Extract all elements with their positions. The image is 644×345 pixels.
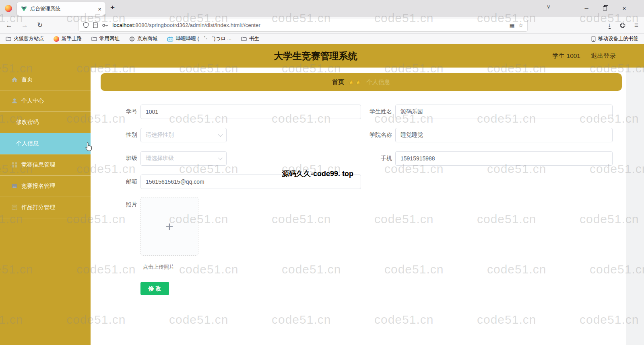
back-icon[interactable]: ←	[6, 21, 12, 29]
url-host: localhost	[112, 22, 134, 28]
class-placeholder: 请选择班级	[146, 155, 174, 162]
bilibili-icon	[167, 36, 173, 42]
bookmarks-bar: 火狐官方站点 新手上路 常用网址 京东商城 哔哩哔哩 ( ゜- ゜)つロ ...…	[0, 34, 644, 44]
field-label: 学院名称	[363, 131, 392, 139]
sidebar-item-label: 竞赛报名管理	[21, 183, 55, 190]
field-label: 照片	[113, 197, 137, 208]
mobile-bookmarks-item[interactable]: 移动设备上的书签	[591, 35, 638, 42]
field-gender: 性别 请选择性别	[113, 128, 227, 142]
bookmark-item[interactable]: 哔哩哔哩 ( ゜- ゜)つロ ...	[167, 35, 231, 42]
field-photo: 照片 +	[113, 197, 198, 256]
bookmark-item[interactable]: 常用网址	[91, 35, 120, 42]
sidebar-menu: 首页 个人中心 修改密码 个人信息 竞赛信息管理 竞赛报名管理	[0, 68, 91, 345]
toolbar-right: ↓ ≡	[608, 21, 638, 29]
window-minimize-button[interactable]: ─	[580, 2, 593, 14]
forward-icon[interactable]: →	[21, 21, 28, 29]
logout-link[interactable]: 退出登录	[591, 52, 616, 60]
header-right: 学生 1001 退出登录	[552, 44, 616, 68]
extensions-icon[interactable]	[619, 22, 626, 29]
photo-upload-box[interactable]: +	[140, 197, 198, 256]
breadcrumb: 首页 ★★ 个人信息	[101, 73, 622, 91]
vue-logo-icon	[21, 6, 27, 12]
page-content: 大学生竞赛管理系统 学生 1001 退出登录 首页 个人中心 修改密码 个人信息	[0, 44, 644, 345]
field-student-no: 学号	[113, 105, 361, 119]
bookmark-item[interactable]: 火狐官方站点	[6, 35, 44, 42]
student-no-input[interactable]	[140, 105, 361, 119]
bookmark-label: 火狐官方站点	[14, 35, 44, 42]
tab-close-icon[interactable]: ×	[98, 6, 101, 12]
browser-window: 后台管理系统 × + ∨ ─ × ← → ↻ localhost:8080/sp…	[0, 0, 644, 345]
mobile-bookmarks-label: 移动设备上的书签	[598, 35, 638, 42]
bookmark-item[interactable]: 新手上路	[54, 35, 82, 42]
sidebar-item-label: 个人中心	[21, 97, 44, 105]
work-scoring-icon	[11, 204, 18, 211]
reader-page-icon[interactable]	[93, 22, 98, 28]
user-icon	[11, 98, 18, 104]
gender-select[interactable]: 请选择性别	[140, 128, 227, 142]
tab-title: 后台管理系统	[30, 6, 95, 12]
overlay-brand-text: 源码久久-code99. top	[282, 169, 353, 179]
shield-icon[interactable]	[83, 22, 89, 28]
student-name-input[interactable]	[395, 105, 613, 119]
titlebar: 后台管理系统 × + ∨ ─ ×	[0, 0, 644, 17]
competition-signup-icon	[11, 183, 18, 189]
field-label: 手机	[363, 155, 392, 162]
field-college: 学院名称	[363, 128, 613, 142]
sidebar-item-personal-center[interactable]: 个人中心	[0, 90, 91, 112]
competition-info-icon	[11, 162, 18, 168]
college-input[interactable]	[395, 128, 613, 142]
sidebar-item-home[interactable]: 首页	[0, 69, 91, 90]
field-label: 班级	[113, 155, 137, 162]
sidebar-item-label: 竞赛信息管理	[21, 161, 55, 168]
breadcrumb-current: 个人信息	[366, 78, 390, 86]
sidebar-item-competition-info[interactable]: 竞赛信息管理	[0, 154, 91, 176]
field-student-name: 学生姓名	[363, 105, 613, 119]
bookmark-label: 哔哩哔哩 ( ゜- ゜)つロ ...	[176, 35, 231, 42]
bookmark-label: 新手上路	[62, 35, 82, 42]
sidebar-item-competition-signup[interactable]: 竞赛报名管理	[0, 176, 91, 197]
firefox-app-icon[interactable]	[5, 5, 12, 12]
restore-icon	[603, 6, 607, 10]
browser-tab[interactable]: 后台管理系统 ×	[17, 2, 105, 16]
chevron-down-icon	[218, 156, 223, 160]
sidebar-item-label: 修改密码	[16, 119, 39, 126]
url-text[interactable]: localhost:8080/springbootrd362/admin/dis…	[112, 22, 506, 28]
sidebar-item-label: 作品打分管理	[21, 204, 55, 211]
star-icons: ★★	[348, 78, 362, 86]
qr-code-icon[interactable]: ▦	[509, 22, 514, 29]
sidebar-item-work-scoring[interactable]: 作品打分管理	[0, 197, 91, 218]
sidebar-item-label: 个人信息	[16, 140, 39, 147]
field-label: 学生姓名	[363, 108, 392, 115]
downloads-icon[interactable]: ↓	[608, 21, 611, 29]
bookmark-item[interactable]: 书生	[241, 35, 259, 42]
class-select[interactable]: 请选择班级	[140, 151, 227, 166]
bookmark-label: 书生	[249, 35, 259, 42]
breadcrumb-home[interactable]: 首页	[332, 78, 344, 86]
app-header: 大学生竞赛管理系统 学生 1001 退出登录	[0, 44, 644, 68]
plus-icon: +	[165, 219, 173, 234]
bookmark-star-icon[interactable]: ☆	[518, 22, 524, 29]
gender-placeholder: 请选择性别	[146, 131, 174, 139]
upload-hint: 点击上传照片	[143, 263, 174, 271]
sidebar-item-change-password[interactable]: 修改密码	[0, 112, 91, 133]
main-panel: 首页 ★★ 个人信息 学号 学生姓名 性别 请选择性别	[91, 68, 644, 345]
window-close-button[interactable]: ×	[617, 2, 631, 14]
new-tab-button[interactable]: +	[110, 3, 115, 12]
url-bar[interactable]: localhost:8080/springbootrd362/admin/dis…	[79, 19, 527, 31]
key-permission-icon[interactable]	[102, 23, 109, 28]
reload-icon[interactable]: ↻	[37, 21, 43, 29]
folder-icon	[6, 36, 11, 41]
field-label: 学号	[113, 108, 137, 115]
chevron-down-icon	[218, 132, 223, 137]
sidebar-item-personal-info[interactable]: 个人信息	[0, 133, 91, 154]
phone-input[interactable]	[395, 151, 613, 166]
field-label: 邮箱	[113, 178, 137, 185]
home-icon	[11, 76, 18, 83]
hamburger-menu-icon[interactable]: ≡	[634, 21, 638, 29]
folder-icon	[91, 36, 97, 41]
window-restore-button[interactable]	[599, 2, 612, 14]
modify-button[interactable]: 修 改	[140, 282, 169, 295]
bookmark-item[interactable]: 京东商城	[129, 35, 157, 42]
list-tabs-icon[interactable]: ∨	[547, 4, 551, 10]
current-user-label: 学生 1001	[552, 52, 580, 60]
